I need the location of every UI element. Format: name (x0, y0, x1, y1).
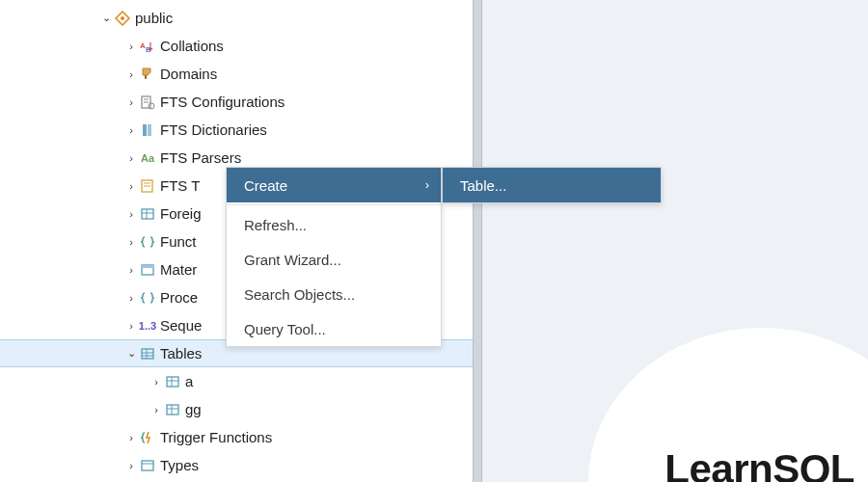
chevron-right-icon[interactable]: › (123, 292, 139, 304)
node-label: Collations (160, 38, 224, 54)
chevron-right-icon: › (425, 178, 429, 192)
sequence-icon: 1..3 (139, 317, 156, 335)
learnsql-logo: LearnSQL • com (665, 446, 854, 482)
tree-node-trigger-functions[interactable]: › Trigger Functions (0, 423, 473, 451)
fts-dictionary-icon (139, 121, 156, 139)
chevron-right-icon[interactable]: › (123, 320, 139, 332)
menu-separator (227, 204, 441, 205)
chevron-right-icon[interactable]: › (123, 152, 139, 164)
fts-config-icon (139, 94, 156, 111)
chevron-right-icon[interactable]: › (149, 404, 164, 415)
logo-learn: Learn (665, 446, 773, 482)
schema-icon (114, 10, 131, 27)
tree-node-domains[interactable]: › Domains (0, 60, 473, 88)
table-icon (164, 373, 181, 390)
svg-rect-10 (148, 124, 151, 136)
tree-node-table-gg[interactable]: › gg (0, 395, 473, 423)
node-label: Funct (160, 233, 197, 250)
tree-node-collations[interactable]: › AB Collations (0, 32, 473, 60)
chevron-right-icon[interactable]: › (123, 124, 139, 136)
foreign-table-icon (139, 205, 156, 223)
chevron-right-icon[interactable]: › (123, 180, 139, 192)
menu-label: Table... (460, 177, 506, 194)
chevron-down-icon[interactable]: ⌄ (98, 12, 114, 24)
svg-rect-4 (145, 75, 147, 79)
trigger-function-icon (139, 429, 156, 446)
svg-rect-14 (142, 209, 153, 219)
node-label: FTS Configurations (160, 94, 285, 110)
tree-node-types[interactable]: › Types (0, 451, 473, 479)
node-label: FTS Parsers (160, 149, 241, 166)
svg-point-8 (149, 103, 154, 109)
chevron-down-icon[interactable]: ⌄ (123, 347, 139, 360)
chevron-right-icon[interactable]: › (123, 208, 139, 220)
node-label: Domains (160, 66, 217, 82)
table-group-icon (139, 345, 156, 362)
node-label: Foreig (160, 205, 202, 222)
svg-rect-9 (143, 124, 147, 136)
menu-label: Query Tool... (244, 321, 326, 337)
collation-icon: AB (139, 38, 156, 55)
menu-label: Refresh... (244, 217, 307, 233)
chevron-right-icon[interactable]: › (123, 236, 139, 248)
node-label: FTS T (160, 177, 200, 194)
menu-label: Grant Wizard... (244, 252, 341, 268)
svg-rect-19 (142, 349, 153, 359)
node-label: Tables (160, 345, 202, 362)
procedure-icon (139, 289, 156, 307)
node-label: Mater (160, 261, 197, 278)
tree-node-table-a[interactable]: › a (0, 367, 473, 395)
chevron-right-icon[interactable]: › (123, 40, 139, 52)
tree-node-schema-public[interactable]: ⌄ public (0, 4, 473, 32)
materialized-view-icon (139, 261, 156, 279)
chevron-right-icon[interactable]: › (123, 68, 139, 80)
menu-label: Search Objects... (244, 286, 355, 303)
type-icon (139, 457, 156, 474)
logo-sql: SQL (773, 446, 854, 482)
panel-splitter[interactable] (473, 0, 482, 482)
node-label: gg (185, 401, 202, 417)
chevron-right-icon[interactable]: › (123, 432, 139, 443)
tree-node-fts-configurations[interactable]: › FTS Configurations (0, 88, 473, 116)
chevron-right-icon[interactable]: › (123, 264, 139, 276)
svg-rect-29 (142, 461, 153, 470)
node-label: FTS Dictionaries (160, 121, 267, 138)
node-label: Seque (160, 317, 202, 334)
context-menu-refresh[interactable]: Refresh... (227, 207, 441, 242)
context-menu-create[interactable]: Create › (227, 168, 441, 202)
chevron-right-icon[interactable]: › (123, 96, 139, 108)
domain-icon (139, 66, 156, 83)
context-menu-search-objects[interactable]: Search Objects... (227, 277, 441, 311)
context-menu-query-tool[interactable]: Query Tool... (227, 311, 441, 346)
chevron-right-icon[interactable]: › (123, 460, 139, 471)
submenu-create-table[interactable]: Table... (443, 168, 661, 202)
table-icon (164, 401, 181, 418)
menu-label: Create (244, 177, 287, 194)
context-submenu-create: Table... (442, 167, 662, 203)
node-label: a (185, 373, 193, 389)
fts-template-icon (139, 177, 156, 195)
svg-point-1 (121, 16, 124, 20)
function-icon (139, 233, 156, 251)
node-label: public (135, 10, 173, 26)
chevron-right-icon[interactable]: › (149, 376, 164, 388)
node-label: Types (160, 457, 199, 473)
tree-node-fts-dictionaries[interactable]: › FTS Dictionaries (0, 116, 473, 144)
context-menu-grant-wizard[interactable]: Grant Wizard... (227, 242, 441, 277)
fts-parser-icon: Aa (139, 149, 156, 167)
node-label: Trigger Functions (160, 429, 272, 445)
context-menu: Create › Refresh... Grant Wizard... Sear… (226, 167, 442, 347)
svg-rect-18 (142, 265, 153, 268)
node-label: Proce (160, 289, 198, 306)
svg-rect-23 (167, 377, 178, 387)
svg-rect-26 (167, 405, 178, 415)
